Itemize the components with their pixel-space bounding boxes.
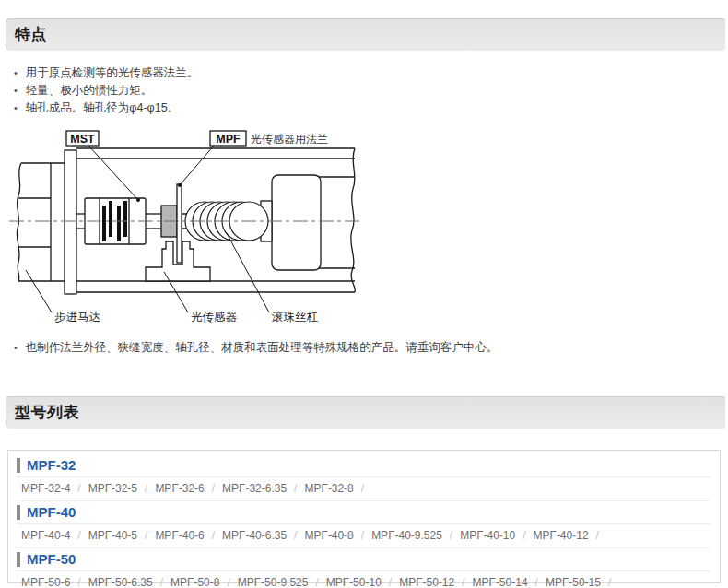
model-link[interactable]: MPF-40-10 xyxy=(460,529,515,542)
bearing-block xyxy=(272,175,321,270)
model-link[interactable]: MPF-50-6 xyxy=(21,576,70,588)
flange-disc xyxy=(177,184,182,263)
separator: / xyxy=(77,529,80,542)
group-name: MPF-50 xyxy=(27,551,76,567)
assembly-diagram: MST MPF 光传感器用法兰 步进马达 光传感器 滚珠丝杠 xyxy=(7,127,367,334)
separator: / xyxy=(212,482,215,495)
bullet-icon: • xyxy=(14,340,18,355)
mst-callout-label: MST xyxy=(70,133,95,146)
model-link[interactable]: MPF-50-12 xyxy=(399,576,454,588)
mpf-callout-label: MPF xyxy=(216,133,241,146)
model-link[interactable]: MPF-40-4 xyxy=(21,529,70,542)
motor-flange-plate xyxy=(65,150,76,294)
model-links-row: MPF-40-4/MPF-40-5/MPF-40-6/MPF-40-6.35/M… xyxy=(17,524,710,548)
motor-break-edge xyxy=(17,163,21,281)
note-text: 也制作法兰外径、狭缝宽度、轴孔径、材质和表面处理等特殊规格的产品。请垂询客户中心… xyxy=(26,340,499,355)
separator: / xyxy=(227,576,229,588)
models-title: 型号列表 xyxy=(6,397,725,429)
stepper-motor-label: 步进马达 xyxy=(54,311,100,323)
model-link[interactable]: MPF-50-9.525 xyxy=(238,576,309,588)
model-link[interactable]: MPF-50-8 xyxy=(170,576,219,588)
model-link[interactable]: MPF-50-10 xyxy=(326,576,382,588)
model-link[interactable]: MPF-40-12 xyxy=(534,529,589,542)
model-link[interactable]: MPF-50-14 xyxy=(473,576,528,588)
features-title: 特点 xyxy=(6,19,725,51)
separator: / xyxy=(361,482,364,495)
separator: / xyxy=(523,529,525,542)
list-item: • 轴孔成品。轴孔径为φ4-φ15。 xyxy=(12,100,198,117)
ball-screw-label: 滚珠丝杠 xyxy=(272,311,319,323)
models-section-header: 型号列表 xyxy=(6,396,725,429)
model-group-heading-mpf-40: MPF-40 xyxy=(17,501,710,524)
group-heading-bar xyxy=(17,458,20,473)
model-links-row: MPF-50-6/MPF-50-6.35/MPF-50-8/MPF-50-9.5… xyxy=(17,571,710,588)
feature-text: 轻量、极小的惯性力矩。 xyxy=(26,82,153,100)
model-group-heading-mpf-32: MPF-32 xyxy=(17,454,710,477)
separator: / xyxy=(160,576,163,588)
group-heading-bar xyxy=(17,552,20,567)
group-name: MPF-40 xyxy=(27,504,76,520)
model-link[interactable]: MPF-32-5 xyxy=(88,482,137,495)
model-link[interactable]: MPF-40-5 xyxy=(88,529,137,542)
group-name: MPF-32 xyxy=(27,457,76,473)
mpf-callout-desc: 光传感器用法兰 xyxy=(251,133,328,146)
feature-text: 轴孔成品。轴孔径为φ4-φ15。 xyxy=(26,100,179,117)
model-group-heading-mpf-50: MPF-50 xyxy=(17,548,710,571)
model-link[interactable]: MPF-40-8 xyxy=(304,529,353,542)
separator: / xyxy=(361,529,364,542)
group-heading-bar xyxy=(17,505,20,520)
model-link[interactable]: MPF-40-6.35 xyxy=(222,529,287,542)
bullet-icon: • xyxy=(14,100,18,117)
features-bullet-list: • 用于原点检测等的光传感器法兰。 • 轻量、极小的惯性力矩。 • 轴孔成品。轴… xyxy=(12,65,198,117)
separator: / xyxy=(315,576,318,588)
separator: / xyxy=(212,529,215,542)
model-links-row: MPF-32-4/MPF-32-5/MPF-32-6/MPF-32-6.35/M… xyxy=(17,477,710,501)
separator: / xyxy=(294,529,297,542)
model-link[interactable]: MPF-32-4 xyxy=(21,482,70,495)
model-link[interactable]: MPF-40-9.525 xyxy=(371,529,442,542)
model-link[interactable]: MPF-32-6 xyxy=(155,482,204,495)
separator: / xyxy=(535,576,538,588)
list-item: • 轻量、极小的惯性力矩。 xyxy=(12,82,198,100)
frame-break-edge xyxy=(351,148,356,292)
separator: / xyxy=(462,576,464,588)
model-link[interactable]: MPF-50-15 xyxy=(546,576,601,588)
model-list-panel: MPF-32 MPF-32-4/MPF-32-5/MPF-32-6/MPF-32… xyxy=(7,450,721,583)
model-link[interactable]: MPF-32-8 xyxy=(304,482,353,495)
bullet-icon: • xyxy=(14,82,18,100)
list-item: • 用于原点检测等的光传感器法兰。 xyxy=(12,65,198,82)
model-link[interactable]: MPF-32-6.35 xyxy=(222,482,287,495)
separator: / xyxy=(77,482,80,495)
special-spec-note: • 也制作法兰外径、狭缝宽度、轴孔径、材质和表面处理等特殊规格的产品。请垂询客户… xyxy=(12,340,498,355)
bullet-icon: • xyxy=(14,65,18,82)
feature-text: 用于原点检测等的光传感器法兰。 xyxy=(26,65,199,82)
separator: / xyxy=(596,529,599,542)
model-link[interactable]: MPF-50-6.35 xyxy=(88,576,153,588)
model-link[interactable]: MPF-40-6 xyxy=(155,529,204,542)
separator: / xyxy=(450,529,452,542)
separator: / xyxy=(294,482,297,495)
separator: / xyxy=(145,529,147,542)
separator: / xyxy=(145,482,147,495)
separator: / xyxy=(608,576,611,588)
separator: / xyxy=(389,576,392,588)
features-section-header: 特点 xyxy=(6,18,725,51)
separator: / xyxy=(77,576,80,588)
optical-sensor-label: 光传感器 xyxy=(191,311,238,323)
